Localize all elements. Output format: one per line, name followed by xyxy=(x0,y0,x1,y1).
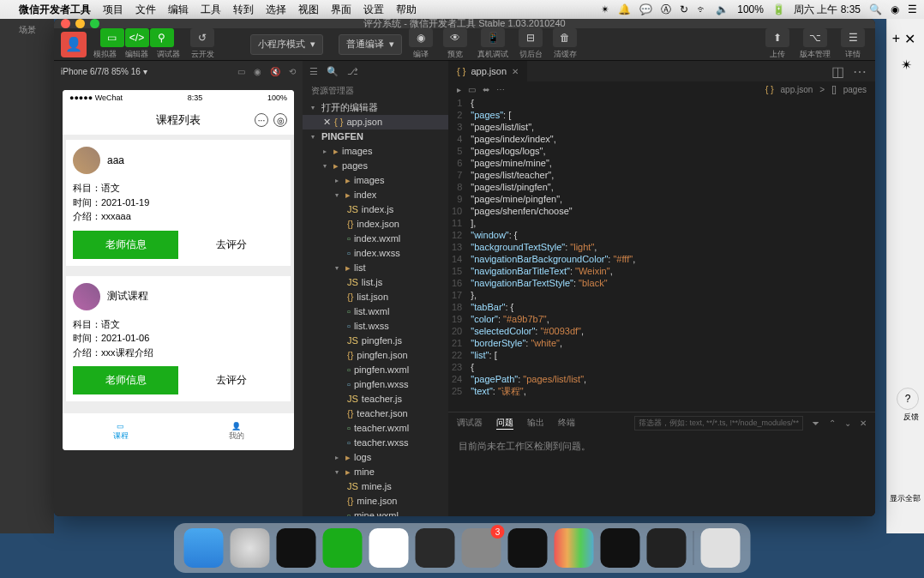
menu-interface[interactable]: 界面 xyxy=(331,3,351,17)
dock-settings-icon[interactable]: 3 xyxy=(462,528,501,568)
file-item[interactable]: JSmine.js xyxy=(303,479,448,494)
file-item[interactable]: ▫pingfen.wxss xyxy=(303,377,448,392)
search-icon[interactable]: 🔍 xyxy=(869,3,882,15)
sim-mute-icon[interactable]: 🔇 xyxy=(270,67,280,76)
close-panel-icon[interactable]: ✕ xyxy=(860,418,867,428)
folder-pages[interactable]: ▾▸pages xyxy=(303,159,448,173)
sim-record-icon[interactable]: ◉ xyxy=(254,67,261,76)
open-editor-file[interactable]: ✕{ }app.json xyxy=(303,115,448,129)
folder-images[interactable]: ▸▸images xyxy=(303,144,448,159)
open-editors-section[interactable]: ▾打开的编辑器 xyxy=(303,100,448,115)
course-card[interactable]: 测试课程 科目：语文 时间：2021-01-06 介绍：xxx课程介绍 老师信息… xyxy=(66,276,291,402)
clear-cache-button[interactable]: 🗑 xyxy=(553,28,577,47)
a-icon[interactable]: Ⓐ xyxy=(661,3,671,17)
file-item[interactable]: ▫teacher.wxml xyxy=(303,421,448,436)
folder-logs[interactable]: ▸▸logs xyxy=(303,450,448,465)
menu-select[interactable]: 选择 xyxy=(266,3,286,17)
filter-icon[interactable]: ⏷ xyxy=(812,418,820,428)
file-item[interactable]: ▫list.wxss xyxy=(303,319,448,334)
dock-terminal-icon[interactable] xyxy=(601,528,640,568)
file-item[interactable]: ▫index.wxml xyxy=(303,232,448,246)
compile-mode-select[interactable]: 普通编译▾ xyxy=(339,34,402,55)
file-item[interactable]: {}teacher.json xyxy=(303,406,448,421)
dock-webstorm-icon[interactable] xyxy=(416,528,455,568)
capsule-close-icon[interactable]: ◎ xyxy=(273,113,287,127)
siri-icon[interactable]: ◉ xyxy=(891,3,899,15)
extension-icon[interactable]: ✴ xyxy=(901,57,912,73)
menu-edit[interactable]: 编辑 xyxy=(168,3,189,17)
file-item[interactable]: {}mine.json xyxy=(303,494,448,509)
tab-debugger[interactable]: 调试器 xyxy=(457,417,483,429)
dock-finder-icon[interactable] xyxy=(184,528,224,568)
dock-launchpad-icon[interactable] xyxy=(231,528,270,568)
tab-terminal[interactable]: 终端 xyxy=(558,417,575,429)
menu-goto[interactable]: 转到 xyxy=(233,3,254,17)
preview-button[interactable]: 👁 xyxy=(443,28,467,47)
menu-tools[interactable]: 工具 xyxy=(201,3,221,17)
capsule-menu-icon[interactable]: ··· xyxy=(255,113,268,127)
folder-list[interactable]: ▾▸list xyxy=(303,261,448,275)
menu-view[interactable]: 视图 xyxy=(298,3,319,17)
debugger-button[interactable]: ⚲ xyxy=(150,28,174,47)
file-item[interactable]: JSlist.js xyxy=(303,275,448,290)
status-icon[interactable]: ✴ xyxy=(601,3,609,15)
dock-qq-icon[interactable] xyxy=(277,528,316,568)
close-tab-icon[interactable]: ✕ xyxy=(904,31,915,47)
dock-obs-icon[interactable] xyxy=(647,528,687,568)
tab-problems[interactable]: 问题 xyxy=(496,417,513,430)
rate-button[interactable]: 去评分 xyxy=(178,366,284,394)
datetime[interactable]: 周六 上午 8:35 xyxy=(794,3,861,17)
file-item[interactable]: {}index.json xyxy=(303,217,448,232)
file-item[interactable]: ▫teacher.wxss xyxy=(303,436,448,450)
dock-chart-icon[interactable] xyxy=(555,528,594,568)
cut-bg-button[interactable]: ⊟ xyxy=(519,28,543,47)
clock-icon[interactable]: ↻ xyxy=(680,3,688,15)
dock-chrome-icon[interactable] xyxy=(369,528,409,568)
course-card[interactable]: aaa 科目：语文 时间：2021-01-19 介绍：xxxaaa 老师信息 去… xyxy=(66,140,291,266)
sim-phone-icon[interactable]: ▭ xyxy=(237,67,245,76)
tab-mine[interactable]: 👤我的 xyxy=(178,413,294,450)
collapse-icon[interactable]: ⌃ xyxy=(829,418,836,428)
project-root[interactable]: ▾PINGFEN xyxy=(303,129,448,144)
zoom-icon[interactable] xyxy=(90,19,99,28)
traffic-lights[interactable] xyxy=(61,19,99,28)
filter-input[interactable]: 筛选器，例如: text, **/*.ts, !**/node_modules/… xyxy=(634,416,803,430)
dock-stats-icon[interactable] xyxy=(508,528,548,568)
new-tab-icon[interactable]: + xyxy=(892,31,900,46)
editor-button[interactable]: </> xyxy=(125,28,149,47)
teacher-info-button[interactable]: 老师信息 xyxy=(73,231,178,259)
file-item[interactable]: {}list.json xyxy=(303,290,448,304)
close-tab-icon[interactable]: ✕ xyxy=(512,67,519,76)
breadcrumb[interactable]: ▸▭⬌⋯ { }app.json>[]pages xyxy=(448,81,875,97)
sim-rotate-icon[interactable]: ⟲ xyxy=(289,67,296,76)
menu-file[interactable]: 文件 xyxy=(135,3,156,17)
explorer-git-icon[interactable]: ⎇ xyxy=(347,66,358,77)
dock-trash-icon[interactable] xyxy=(701,528,741,568)
app-name[interactable]: 微信开发者工具 xyxy=(19,3,91,17)
file-item[interactable]: ▫pingfen.wxml xyxy=(303,363,448,377)
file-item[interactable]: {}pingfen.json xyxy=(303,348,448,363)
file-item[interactable]: JSindex.js xyxy=(303,202,448,217)
menu-help[interactable]: 帮助 xyxy=(396,3,417,17)
more-icon[interactable]: ⋯ xyxy=(853,63,867,80)
minimize-icon[interactable] xyxy=(75,19,85,28)
menu-project[interactable]: 项目 xyxy=(103,3,123,17)
expand-icon[interactable]: ⌄ xyxy=(844,418,851,428)
cloud-button[interactable]: ↺ xyxy=(190,28,214,47)
menu-settings[interactable]: 设置 xyxy=(363,3,384,17)
file-item[interactable]: ▫mine.wxml xyxy=(303,509,448,516)
split-editor-icon[interactable]: ◫ xyxy=(831,63,844,80)
explorer-search-icon[interactable]: 🔍 xyxy=(327,66,339,77)
version-button[interactable]: ⌥ xyxy=(803,28,827,47)
folder-images[interactable]: ▸▸images xyxy=(303,173,448,188)
device-select[interactable]: iPhone 6/7/8 85% 16 ▾ xyxy=(61,67,147,76)
folder-mine[interactable]: ▾▸mine xyxy=(303,465,448,479)
close-icon[interactable] xyxy=(61,19,70,28)
tab-courses[interactable]: ▭课程 xyxy=(63,413,178,450)
app-avatar-icon[interactable]: 👤 xyxy=(61,32,87,57)
teacher-info-button[interactable]: 老师信息 xyxy=(73,366,178,394)
feedback-button[interactable]: ? xyxy=(897,388,919,410)
tab-output[interactable]: 输出 xyxy=(527,417,544,429)
compile-button[interactable]: ◉ xyxy=(409,28,433,47)
wifi-icon[interactable]: ᯤ xyxy=(697,3,707,15)
